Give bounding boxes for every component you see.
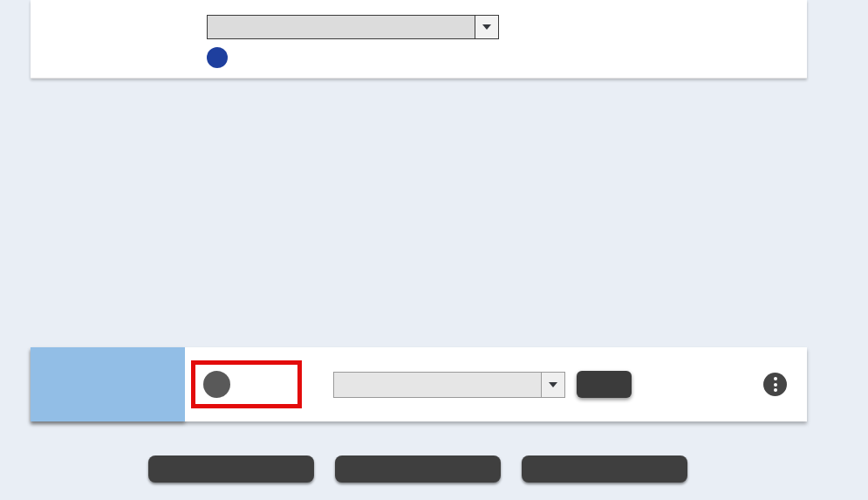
chevron-down-icon [482, 24, 491, 30]
add-display-label-button[interactable] [207, 47, 238, 68]
quiz-settings-panel [31, 0, 807, 79]
apply-button[interactable] [577, 371, 632, 398]
simulation-button[interactable] [335, 455, 501, 483]
display-label-select[interactable] [207, 15, 499, 39]
kebab-dot [774, 377, 777, 380]
create-new-button[interactable] [203, 371, 284, 398]
create-question-section [31, 347, 807, 421]
template-select[interactable] [333, 372, 565, 398]
dropdown-arrow-button[interactable] [541, 373, 564, 397]
display-label-select-value [208, 16, 475, 38]
display-label-controls [207, 3, 499, 75]
annotation-highlight [191, 360, 302, 408]
plus-icon [203, 371, 230, 398]
plus-icon [207, 47, 228, 68]
template-select-value [334, 373, 541, 397]
page [0, 0, 868, 500]
kebab-menu-icon[interactable] [763, 373, 787, 396]
kebab-dot [774, 388, 777, 392]
create-question-body [185, 347, 807, 421]
kebab-dot [774, 383, 777, 387]
dropdown-arrow-button[interactable] [475, 16, 498, 38]
section-title [31, 347, 185, 421]
chevron-down-icon [549, 382, 557, 387]
form-row-display-label [31, 0, 807, 79]
footer-actions [148, 455, 687, 483]
cancel-button[interactable] [148, 455, 314, 483]
confirm-button[interactable] [522, 455, 687, 483]
